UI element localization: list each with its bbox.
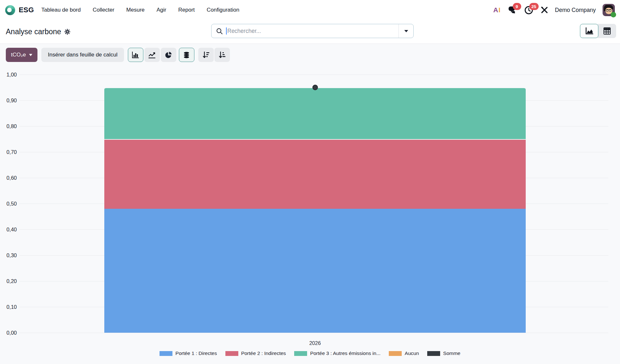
stacked-bar-chart: 0,000,100,200,300,400,500,600,700,800,90… — [0, 44, 620, 364]
messages-button[interactable]: 9 — [508, 5, 517, 15]
esg-logo-icon[interactable] — [5, 5, 15, 15]
ai-icon[interactable]: AI — [493, 6, 501, 14]
activities-badge: 25 — [529, 3, 539, 10]
content-area: tCO₂e Insérer dans feuille de calcul — [0, 44, 620, 364]
legend-label: Portée 3 : Autres émissions in... — [310, 350, 380, 356]
page-title: Analyse carbone — [6, 27, 61, 36]
gear-icon[interactable] — [64, 29, 70, 35]
menu-item-report[interactable]: Report — [178, 7, 195, 13]
main-menu: Tableau de bord Collecter Mesure Agir Re… — [41, 7, 239, 13]
menu-item-measure[interactable]: Mesure — [126, 7, 145, 13]
search-input[interactable]: Rechercher... — [227, 28, 261, 35]
legend-label: Portée 1 : Directes — [175, 350, 217, 356]
legend-item[interactable]: Portée 2 : Indirectes — [225, 350, 286, 356]
header: ESG Tableau de bord Collecter Mesure Agi… — [0, 0, 620, 44]
app-name[interactable]: ESG — [19, 6, 34, 14]
chart-legend: Portée 1 : DirectesPortée 2 : Indirectes… — [0, 350, 620, 356]
legend-swatch — [389, 351, 402, 356]
esg-app: ESG Tableau de bord Collecter Mesure Agi… — [0, 0, 620, 364]
tools-icon[interactable] — [541, 6, 548, 14]
legend-swatch — [160, 351, 172, 356]
legend-label: Somme — [443, 350, 460, 356]
text-cursor — [226, 27, 227, 35]
topbar-right: AI 9 25 — [493, 4, 615, 16]
avatar-glasses — [606, 9, 611, 11]
messages-badge: 9 — [513, 3, 521, 10]
legend-swatch — [427, 351, 440, 356]
y-axis-tick: 0,90 — [0, 97, 17, 104]
y-axis-tick: 0,10 — [0, 304, 17, 310]
gridline — [19, 333, 608, 333]
legend-item[interactable]: Portée 3 : Autres émissions in... — [294, 350, 380, 356]
sum-point[interactable] — [312, 85, 318, 90]
legend-item[interactable]: Portée 1 : Directes — [160, 350, 217, 356]
y-axis-tick: 0,40 — [0, 227, 17, 233]
search-icon — [216, 28, 223, 35]
y-axis-tick: 0,30 — [0, 252, 17, 258]
bar-segment[interactable] — [104, 139, 526, 209]
menu-item-collect[interactable]: Collecter — [93, 7, 114, 13]
control-row: Analyse carbone — [0, 20, 620, 44]
area-chart-icon — [585, 27, 594, 35]
legend-label: Aucun — [405, 350, 419, 356]
y-axis-tick: 0,60 — [0, 175, 17, 181]
gridline — [19, 75, 608, 75]
activities-button[interactable]: 25 — [524, 5, 534, 15]
online-status-dot — [611, 12, 616, 17]
legend-swatch — [294, 351, 307, 356]
menu-item-configuration[interactable]: Configuration — [207, 7, 239, 13]
bar-segment[interactable] — [104, 87, 526, 139]
bar-segment[interactable] — [104, 209, 526, 333]
pivot-table-icon — [603, 27, 611, 35]
chevron-down-icon — [404, 30, 408, 32]
y-axis-tick: 0,80 — [0, 123, 17, 129]
legend-item[interactable]: Somme — [427, 350, 460, 356]
y-axis-tick: 0,50 — [0, 201, 17, 207]
legend-label: Portée 2 : Indirectes — [241, 350, 286, 356]
y-axis-tick: 1,00 — [0, 72, 17, 78]
pivot-view-button[interactable] — [598, 24, 616, 38]
view-switcher — [580, 24, 616, 38]
y-axis-tick: 0,70 — [0, 149, 17, 155]
legend-swatch — [225, 351, 238, 356]
user-avatar[interactable] — [603, 4, 615, 16]
graph-view-button[interactable] — [580, 24, 598, 38]
menu-item-act[interactable]: Agir — [157, 7, 166, 13]
x-axis-label: 2026 — [104, 340, 526, 346]
legend-item[interactable]: Aucun — [389, 350, 419, 356]
top-nav: ESG Tableau de bord Collecter Mesure Agi… — [0, 0, 620, 20]
menu-item-dashboard[interactable]: Tableau de bord — [41, 7, 81, 13]
y-axis-tick: 0,20 — [0, 278, 17, 284]
company-switcher[interactable]: Demo Company — [555, 7, 596, 14]
search-bar[interactable]: Rechercher... — [211, 24, 414, 38]
search-dropdown-toggle[interactable] — [398, 24, 413, 38]
y-axis-tick: 0,00 — [0, 330, 17, 336]
